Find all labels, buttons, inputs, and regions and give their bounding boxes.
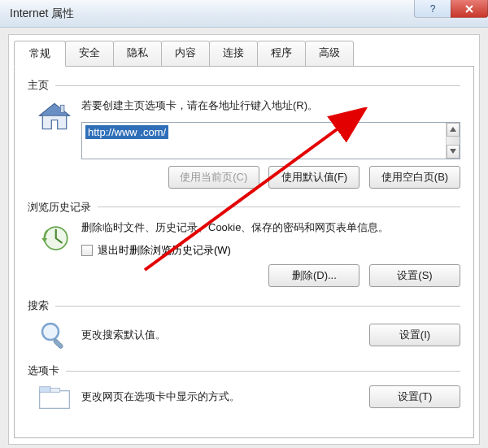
history-desc: 删除临时文件、历史记录、Cookie、保存的密码和网页表单信息。 (81, 220, 460, 236)
search-settings-button[interactable]: 设置(I) (369, 324, 460, 346)
svg-rect-3 (60, 105, 64, 112)
tab-privacy-label: 隐私 (127, 46, 148, 59)
tab-programs[interactable]: 程序 (257, 41, 306, 67)
svg-rect-9 (53, 338, 63, 349)
tab-programs-label: 程序 (271, 46, 292, 59)
group-home-title: 主页 (28, 78, 49, 93)
home-desc: 若要创建主页选项卡，请在各地址行键入地址(R)。 (81, 98, 460, 114)
history-settings-button[interactable]: 设置(S) (369, 264, 460, 287)
delete-on-exit-label: 退出时删除浏览历史记录(W) (98, 243, 231, 258)
delete-button[interactable]: 删除(D)... (268, 264, 359, 287)
tab-general-label: 常规 (29, 47, 50, 59)
tab-panel-general: 主页 若要创建主页选项卡，请在各地址行键入地址(R)。 (14, 66, 474, 438)
divider (55, 306, 460, 307)
titlebar: Internet 属性 ? (0, 0, 488, 28)
group-home: 主页 若要创建主页选项卡，请在各地址行键入地址(R)。 (28, 78, 460, 189)
dialog-body: 常规 安全 隐私 内容 连接 程序 高级 主页 (8, 34, 480, 445)
svg-rect-10 (40, 391, 70, 409)
svg-text:?: ? (430, 3, 436, 15)
scroll-down-icon[interactable] (447, 145, 460, 159)
divider (55, 85, 460, 86)
tabs-desc: 更改网页在选项卡中显示的方式。 (81, 389, 363, 405)
history-icon (37, 221, 72, 255)
divider (66, 371, 460, 372)
group-tabs: 选项卡 更改网页在选项卡中显示的方式。 设置(T) (28, 363, 460, 411)
group-search: 搜索 更改搜索默认值。 设置(I) (28, 298, 460, 352)
tab-strip: 常规 安全 隐私 内容 连接 程序 高级 (14, 41, 474, 67)
tab-advanced[interactable]: 高级 (305, 41, 354, 67)
scroll-up-icon[interactable] (447, 123, 460, 137)
tab-general[interactable]: 常规 (14, 41, 66, 67)
tab-content[interactable]: 内容 (161, 41, 210, 67)
tab-connections-label: 连接 (223, 46, 244, 59)
checkbox-icon (81, 245, 93, 256)
home-url-value: http://www .com/ (85, 125, 168, 139)
svg-point-8 (42, 324, 59, 340)
tab-advanced-label: 高级 (319, 46, 340, 59)
window-title: Internet 属性 (10, 7, 74, 21)
search-icon (38, 320, 71, 352)
group-tabs-title: 选项卡 (28, 363, 59, 378)
tab-security-label: 安全 (79, 46, 100, 59)
delete-on-exit-checkbox[interactable]: 退出时删除浏览历史记录(W) (81, 243, 460, 258)
group-search-title: 搜索 (28, 298, 49, 313)
group-history: 浏览历史记录 删除临时文件、历史记录、Cookie、保存的密码和 (28, 200, 460, 288)
svg-marker-5 (450, 149, 456, 154)
close-button[interactable] (451, 0, 488, 18)
tab-privacy[interactable]: 隐私 (113, 41, 162, 67)
home-url-input[interactable]: http://www .com/ (81, 122, 460, 159)
help-button[interactable]: ? (414, 0, 451, 18)
divider (98, 207, 460, 207)
scrollbar[interactable] (446, 123, 460, 159)
group-history-title: 浏览历史记录 (28, 200, 91, 215)
tab-security[interactable]: 安全 (65, 41, 114, 67)
svg-marker-2 (40, 104, 70, 116)
search-desc: 更改搜索默认值。 (81, 327, 363, 343)
home-icon (37, 99, 72, 135)
tabs-settings-button[interactable]: 设置(T) (369, 385, 460, 408)
use-blank-button[interactable]: 使用空白页(B) (369, 166, 460, 189)
svg-rect-11 (40, 387, 50, 393)
use-default-button[interactable]: 使用默认值(F) (268, 166, 359, 189)
svg-marker-4 (450, 127, 456, 132)
tab-content-label: 内容 (175, 46, 196, 59)
use-current-button[interactable]: 使用当前页(C) (168, 166, 259, 189)
tabs-icon (38, 385, 71, 411)
tab-connections[interactable]: 连接 (209, 41, 258, 67)
svg-rect-12 (50, 388, 60, 392)
window-controls: ? (415, 0, 488, 18)
